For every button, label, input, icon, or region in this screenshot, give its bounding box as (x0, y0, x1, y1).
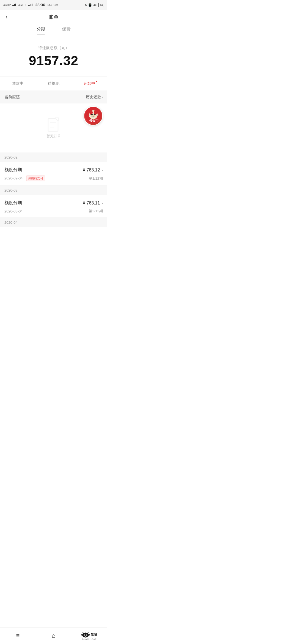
bill-item-row2-1: 2020-03-04 第2/12期 (4, 209, 103, 214)
bill-item-date-1: 2020-03-04 (4, 209, 23, 213)
bill-item-amount-0[interactable]: ¥ 763.12 › (83, 168, 103, 173)
tab-insurance[interactable]: 保费 (62, 26, 71, 37)
bill-item-period-0: 第1/12期 (89, 176, 103, 181)
cat-avatar-image: 领金币 (85, 107, 101, 125)
bill-item-date-tag-1: 2020-03-04 (4, 209, 23, 214)
current-section-header: 当前应还 历史还款 › (0, 91, 107, 103)
vibrate-icon: 📳 (88, 3, 92, 7)
tab-insurance-underline (62, 34, 70, 34)
bill-item-tag-0: 保费待支付 (26, 176, 45, 181)
bill-item-amount-value-1: ¥ 763.11 (83, 201, 100, 206)
history-link[interactable]: 历史还款 › (86, 95, 103, 100)
page-title: 账单 (49, 14, 59, 20)
bill-item-date-tag-0: 2020-02-04 保费待支付 (4, 176, 45, 181)
bill-item-row1-1: 额度分期 ¥ 763.11 › (4, 200, 103, 206)
carrier2-label: 4G+HP (18, 4, 27, 7)
history-link-label: 历史还款 (86, 95, 101, 100)
status-right: N 📳 4G 14 (85, 3, 104, 7)
tab-installment-underline (37, 34, 45, 34)
amount-section: 待还款总额（元） 9157.32 (0, 37, 107, 74)
svg-point-14 (95, 114, 95, 114)
amount-value: 9157.32 (6, 53, 102, 68)
battery-icon: 14 (98, 3, 104, 7)
svg-point-13 (92, 114, 92, 114)
filter-pending[interactable]: 待提现 (48, 81, 59, 86)
tab-insurance-label: 保费 (62, 26, 71, 32)
nfc-icon: N (85, 3, 87, 7)
current-section-title: 当前应还 (4, 95, 20, 100)
carrier1-label: 4GHP (3, 4, 11, 7)
empty-text: 暂无订单 (46, 134, 61, 139)
chevron-right-icon: › (102, 95, 103, 99)
tab-installment[interactable]: 分期 (37, 26, 45, 37)
bill-item-chevron-1: › (101, 201, 103, 205)
status-left: 4GHP 4G+HP 23:36 14.7 KB/s (3, 3, 58, 7)
status-bar: 4GHP 4G+HP 23:36 14.7 KB/s N 📳 4G 14 (0, 0, 107, 10)
tab-bar: 分期 保费 (0, 24, 107, 37)
header: ‹ 账单 (0, 10, 107, 24)
bill-item-row1-0: 额度分期 ¥ 763.12 › (4, 167, 103, 173)
bill-item-period-1: 第2/12期 (89, 209, 103, 214)
empty-state: 暂无订单 (0, 103, 107, 152)
bill-item-amount-1[interactable]: ¥ 763.11 › (83, 201, 103, 206)
speed-label: 14.7 KB/s (47, 4, 58, 6)
amount-label: 待还款总额（元） (6, 45, 102, 50)
svg-text:领金币: 领金币 (89, 119, 98, 122)
bill-item-date-0: 2020-02-04 (4, 176, 23, 180)
time-label: 23:36 (35, 3, 45, 7)
bill-item-name-0: 额度分期 (4, 167, 22, 173)
bill-item-amount-value-0: ¥ 763.12 (83, 168, 100, 173)
filter-lending[interactable]: 放款中 (12, 81, 24, 86)
month-section-1: 2020-03 (0, 185, 107, 195)
month-section-0: 2020-02 (0, 152, 107, 162)
svg-point-12 (94, 114, 95, 115)
filter-repaying[interactable]: 还款中 (84, 81, 95, 86)
page-content: ‹ 账单 分期 保费 待还款总额（元） 9157.32 放款中 待提现 还款中 … (0, 10, 107, 247)
signal-bars (12, 4, 16, 6)
signal-bars-2 (28, 4, 32, 6)
bill-item-row2-0: 2020-02-04 保费待支付 第1/12期 (4, 176, 103, 181)
bill-item-name-1: 额度分期 (4, 200, 22, 206)
bill-item-0: 额度分期 ¥ 763.12 › 2020-02-04 保费待支付 第1/12期 (0, 162, 107, 185)
bill-item-1: 额度分期 ¥ 763.11 › 2020-03-04 第2/12期 (0, 195, 107, 218)
bill-item-chevron-0: › (101, 168, 103, 172)
filter-tabs: 放款中 待提现 还款中 (0, 77, 107, 91)
cat-avatar: 领金币 (84, 106, 103, 125)
svg-point-11 (91, 114, 93, 115)
empty-document-icon (47, 117, 61, 134)
network-type: 4G (93, 3, 97, 7)
back-button[interactable]: ‹ (6, 14, 7, 20)
tab-installment-label: 分期 (37, 26, 45, 32)
month-section-2: 2020-04 (0, 218, 107, 227)
